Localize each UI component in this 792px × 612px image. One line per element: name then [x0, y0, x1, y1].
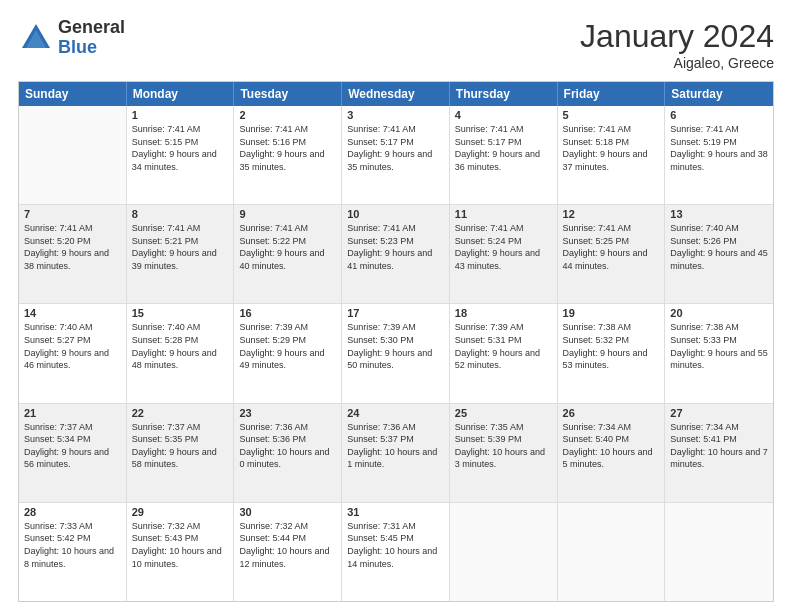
calendar-cell: 12Sunrise: 7:41 AM Sunset: 5:25 PM Dayli…: [558, 205, 666, 303]
day-info: Sunrise: 7:33 AM Sunset: 5:42 PM Dayligh…: [24, 520, 121, 570]
calendar-header-cell: Thursday: [450, 82, 558, 106]
calendar-cell: 25Sunrise: 7:35 AM Sunset: 5:39 PM Dayli…: [450, 404, 558, 502]
calendar-week: 14Sunrise: 7:40 AM Sunset: 5:27 PM Dayli…: [19, 304, 773, 403]
calendar-cell: 2Sunrise: 7:41 AM Sunset: 5:16 PM Daylig…: [234, 106, 342, 204]
day-info: Sunrise: 7:38 AM Sunset: 5:33 PM Dayligh…: [670, 321, 768, 371]
day-info: Sunrise: 7:41 AM Sunset: 5:17 PM Dayligh…: [455, 123, 552, 173]
day-info: Sunrise: 7:41 AM Sunset: 5:23 PM Dayligh…: [347, 222, 444, 272]
calendar-cell: 24Sunrise: 7:36 AM Sunset: 5:37 PM Dayli…: [342, 404, 450, 502]
day-number: 24: [347, 407, 444, 419]
calendar-cell: 11Sunrise: 7:41 AM Sunset: 5:24 PM Dayli…: [450, 205, 558, 303]
calendar-cell: 13Sunrise: 7:40 AM Sunset: 5:26 PM Dayli…: [665, 205, 773, 303]
logo: General Blue: [18, 18, 125, 58]
day-number: 9: [239, 208, 336, 220]
day-number: 27: [670, 407, 768, 419]
day-info: Sunrise: 7:41 AM Sunset: 5:16 PM Dayligh…: [239, 123, 336, 173]
day-info: Sunrise: 7:41 AM Sunset: 5:19 PM Dayligh…: [670, 123, 768, 173]
day-info: Sunrise: 7:37 AM Sunset: 5:35 PM Dayligh…: [132, 421, 229, 471]
day-info: Sunrise: 7:34 AM Sunset: 5:40 PM Dayligh…: [563, 421, 660, 471]
calendar-cell: 15Sunrise: 7:40 AM Sunset: 5:28 PM Dayli…: [127, 304, 235, 402]
day-info: Sunrise: 7:37 AM Sunset: 5:34 PM Dayligh…: [24, 421, 121, 471]
day-number: 19: [563, 307, 660, 319]
calendar-header-cell: Tuesday: [234, 82, 342, 106]
day-info: Sunrise: 7:40 AM Sunset: 5:26 PM Dayligh…: [670, 222, 768, 272]
day-info: Sunrise: 7:35 AM Sunset: 5:39 PM Dayligh…: [455, 421, 552, 471]
day-info: Sunrise: 7:39 AM Sunset: 5:30 PM Dayligh…: [347, 321, 444, 371]
calendar-header-cell: Sunday: [19, 82, 127, 106]
day-number: 3: [347, 109, 444, 121]
calendar-cell: 19Sunrise: 7:38 AM Sunset: 5:32 PM Dayli…: [558, 304, 666, 402]
day-info: Sunrise: 7:40 AM Sunset: 5:27 PM Dayligh…: [24, 321, 121, 371]
calendar-week: 28Sunrise: 7:33 AM Sunset: 5:42 PM Dayli…: [19, 503, 773, 601]
day-info: Sunrise: 7:41 AM Sunset: 5:18 PM Dayligh…: [563, 123, 660, 173]
calendar-cell: 18Sunrise: 7:39 AM Sunset: 5:31 PM Dayli…: [450, 304, 558, 402]
day-number: 8: [132, 208, 229, 220]
day-number: 17: [347, 307, 444, 319]
calendar: SundayMondayTuesdayWednesdayThursdayFrid…: [18, 81, 774, 602]
day-info: Sunrise: 7:36 AM Sunset: 5:37 PM Dayligh…: [347, 421, 444, 471]
calendar-header-cell: Monday: [127, 82, 235, 106]
calendar-cell: 31Sunrise: 7:31 AM Sunset: 5:45 PM Dayli…: [342, 503, 450, 601]
day-info: Sunrise: 7:41 AM Sunset: 5:20 PM Dayligh…: [24, 222, 121, 272]
calendar-cell: 16Sunrise: 7:39 AM Sunset: 5:29 PM Dayli…: [234, 304, 342, 402]
day-number: 13: [670, 208, 768, 220]
day-info: Sunrise: 7:32 AM Sunset: 5:43 PM Dayligh…: [132, 520, 229, 570]
day-number: 31: [347, 506, 444, 518]
calendar-header-cell: Wednesday: [342, 82, 450, 106]
day-number: 23: [239, 407, 336, 419]
calendar-header-cell: Friday: [558, 82, 666, 106]
page: General Blue January 2024 Aigaleo, Greec…: [0, 0, 792, 612]
logo-icon: [18, 20, 54, 56]
day-number: 21: [24, 407, 121, 419]
day-number: 30: [239, 506, 336, 518]
day-info: Sunrise: 7:31 AM Sunset: 5:45 PM Dayligh…: [347, 520, 444, 570]
calendar-cell: 9Sunrise: 7:41 AM Sunset: 5:22 PM Daylig…: [234, 205, 342, 303]
logo-text: General Blue: [58, 18, 125, 58]
calendar-cell: [450, 503, 558, 601]
header: General Blue January 2024 Aigaleo, Greec…: [18, 18, 774, 71]
calendar-cell: 21Sunrise: 7:37 AM Sunset: 5:34 PM Dayli…: [19, 404, 127, 502]
title-area: January 2024 Aigaleo, Greece: [580, 18, 774, 71]
calendar-cell: [19, 106, 127, 204]
day-number: 15: [132, 307, 229, 319]
calendar-cell: 1Sunrise: 7:41 AM Sunset: 5:15 PM Daylig…: [127, 106, 235, 204]
calendar-body: 1Sunrise: 7:41 AM Sunset: 5:15 PM Daylig…: [19, 106, 773, 601]
calendar-cell: 17Sunrise: 7:39 AM Sunset: 5:30 PM Dayli…: [342, 304, 450, 402]
day-number: 18: [455, 307, 552, 319]
day-number: 2: [239, 109, 336, 121]
day-info: Sunrise: 7:41 AM Sunset: 5:25 PM Dayligh…: [563, 222, 660, 272]
subtitle: Aigaleo, Greece: [580, 55, 774, 71]
day-number: 11: [455, 208, 552, 220]
day-info: Sunrise: 7:40 AM Sunset: 5:28 PM Dayligh…: [132, 321, 229, 371]
day-number: 12: [563, 208, 660, 220]
calendar-cell: 26Sunrise: 7:34 AM Sunset: 5:40 PM Dayli…: [558, 404, 666, 502]
calendar-cell: 22Sunrise: 7:37 AM Sunset: 5:35 PM Dayli…: [127, 404, 235, 502]
day-info: Sunrise: 7:41 AM Sunset: 5:21 PM Dayligh…: [132, 222, 229, 272]
day-info: Sunrise: 7:34 AM Sunset: 5:41 PM Dayligh…: [670, 421, 768, 471]
day-number: 14: [24, 307, 121, 319]
day-number: 6: [670, 109, 768, 121]
day-info: Sunrise: 7:39 AM Sunset: 5:29 PM Dayligh…: [239, 321, 336, 371]
day-info: Sunrise: 7:39 AM Sunset: 5:31 PM Dayligh…: [455, 321, 552, 371]
calendar-cell: 7Sunrise: 7:41 AM Sunset: 5:20 PM Daylig…: [19, 205, 127, 303]
calendar-cell: [558, 503, 666, 601]
day-info: Sunrise: 7:41 AM Sunset: 5:22 PM Dayligh…: [239, 222, 336, 272]
main-title: January 2024: [580, 18, 774, 55]
calendar-cell: 29Sunrise: 7:32 AM Sunset: 5:43 PM Dayli…: [127, 503, 235, 601]
calendar-cell: 20Sunrise: 7:38 AM Sunset: 5:33 PM Dayli…: [665, 304, 773, 402]
day-number: 22: [132, 407, 229, 419]
calendar-cell: 14Sunrise: 7:40 AM Sunset: 5:27 PM Dayli…: [19, 304, 127, 402]
day-number: 28: [24, 506, 121, 518]
calendar-cell: 30Sunrise: 7:32 AM Sunset: 5:44 PM Dayli…: [234, 503, 342, 601]
day-number: 7: [24, 208, 121, 220]
day-info: Sunrise: 7:41 AM Sunset: 5:15 PM Dayligh…: [132, 123, 229, 173]
calendar-header-cell: Saturday: [665, 82, 773, 106]
calendar-cell: 10Sunrise: 7:41 AM Sunset: 5:23 PM Dayli…: [342, 205, 450, 303]
calendar-week: 21Sunrise: 7:37 AM Sunset: 5:34 PM Dayli…: [19, 404, 773, 503]
calendar-cell: 6Sunrise: 7:41 AM Sunset: 5:19 PM Daylig…: [665, 106, 773, 204]
day-number: 26: [563, 407, 660, 419]
day-number: 4: [455, 109, 552, 121]
calendar-cell: 23Sunrise: 7:36 AM Sunset: 5:36 PM Dayli…: [234, 404, 342, 502]
calendar-cell: 4Sunrise: 7:41 AM Sunset: 5:17 PM Daylig…: [450, 106, 558, 204]
day-number: 10: [347, 208, 444, 220]
